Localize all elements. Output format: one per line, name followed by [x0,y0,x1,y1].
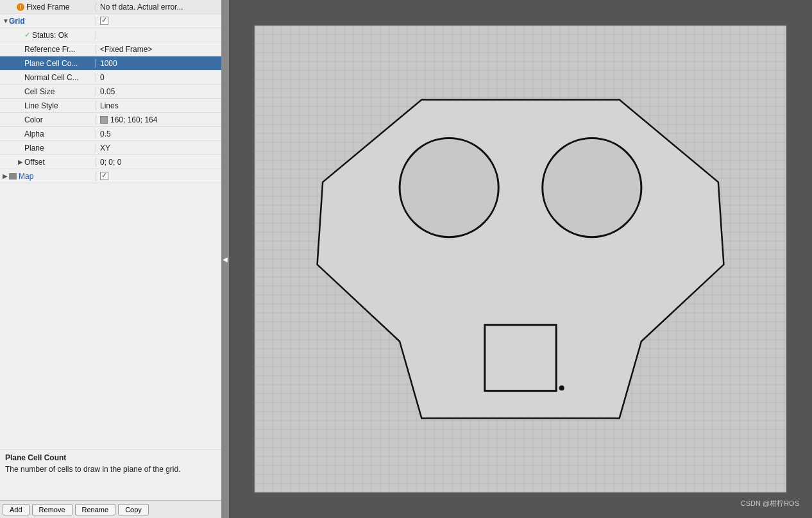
reference-frame-label: Reference Fr... [24,45,75,54]
add-button[interactable]: Add [3,504,30,515]
color-value: 160; 160; 164 [110,115,157,124]
plane-cell-label: Plane Cell Co... [24,59,78,68]
color-swatch [100,116,108,124]
status-area: Plane Cell Count The number of cells to … [0,449,221,500]
status-checkmark: ✓ [24,31,30,39]
line-style-label: Line Style [24,101,58,110]
map-icon [9,173,17,180]
line-style-value: Lines [100,101,119,110]
status-ok-label: Status: Ok [32,31,68,40]
fixed-frame-value: No tf data. Actual error... [100,3,183,12]
map-label: Map [19,172,33,181]
map-row[interactable]: ▶ Map [0,169,221,183]
plane-cell-count-row[interactable]: Plane Cell Co... 1000 [0,56,221,71]
main-visualization-area: CSDN @柑柠ROS [229,0,812,518]
remove-button[interactable]: Remove [32,504,72,515]
property-tree: ! Fixed Frame No tf data. Actual error..… [0,0,221,449]
offset-label: Offset [24,158,45,167]
status-desc: The number of cells to draw in the plane… [5,465,216,474]
offset-row[interactable]: ▶ Offset 0; 0; 0 [0,155,221,169]
alpha-label: Alpha [24,130,44,138]
offset-expand: ▶ [18,158,24,165]
line-style-row[interactable]: Line Style Lines [0,99,221,113]
plane-value: XY [100,144,110,153]
left-panel: ! Fixed Frame No tf data. Actual error..… [0,0,221,518]
color-label: Color [24,115,43,124]
plane-cell-value: 1000 [100,59,117,68]
collapse-handle[interactable]: ◀ [221,0,229,518]
map-checkbox[interactable] [100,172,108,180]
reference-frame-value: <Fixed Frame> [100,45,152,54]
offset-value: 0; 0; 0 [100,158,121,167]
plane-label: Plane [24,144,44,153]
cell-size-label: Cell Size [24,87,55,96]
grid-expand: ▼ [3,17,9,24]
fixed-frame-label: Fixed Frame [26,3,69,12]
grid-label: Grid [9,17,25,26]
copy-button[interactable]: Copy [118,504,149,515]
grid-row[interactable]: ▼ Grid [0,14,221,28]
grid-canvas [229,0,812,518]
fixed-frame-icon: ! [17,3,24,11]
map-expand: ▶ [3,172,9,180]
fixed-frame-row[interactable]: ! Fixed Frame No tf data. Actual error..… [0,0,221,14]
grid-checkbox[interactable] [100,17,108,25]
normal-cell-label: Normal Cell C... [24,73,79,82]
plane-row[interactable]: Plane XY [0,141,221,155]
bottom-buttons: Add Remove Rename Copy [0,500,221,518]
normal-cell-row[interactable]: Normal Cell C... 0 [0,71,221,85]
reference-frame-row[interactable]: Reference Fr... <Fixed Frame> [0,42,221,56]
color-row[interactable]: Color 160; 160; 164 [0,113,221,127]
status-ok-row: ✓ Status: Ok [0,28,221,42]
cell-size-value: 0.05 [100,87,115,96]
rename-button[interactable]: Rename [75,504,116,515]
normal-cell-value: 0 [100,73,105,82]
cell-size-row[interactable]: Cell Size 0.05 [0,85,221,99]
status-title: Plane Cell Count [5,453,216,462]
watermark: CSDN @柑柠ROS [741,499,799,508]
alpha-value: 0.5 [100,130,111,138]
alpha-row[interactable]: Alpha 0.5 [0,127,221,141]
